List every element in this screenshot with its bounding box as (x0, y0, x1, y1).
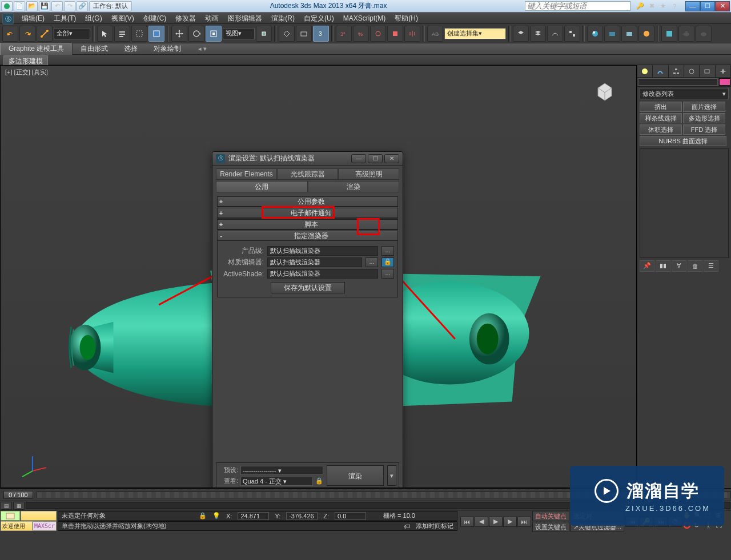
manipulate-button[interactable] (279, 26, 295, 42)
show-result-icon[interactable] (656, 260, 670, 272)
rollup-common-params[interactable]: +公用参数 (218, 197, 397, 207)
mod-polysel[interactable]: 多边形选择 (683, 113, 725, 123)
preset-dropdown[interactable]: ---------------- ▾ (240, 466, 323, 475)
goto-start-icon[interactable]: ⏮ (460, 517, 474, 527)
window-crossing-button[interactable] (148, 26, 164, 42)
workspace-dropdown[interactable]: 工作台: 默认 (89, 1, 132, 11)
spinner-snap-button[interactable] (370, 26, 386, 42)
app-menu-button[interactable] (1, 1, 13, 11)
dialog-maximize-button[interactable]: ☐ (368, 154, 383, 163)
dialog-close-button[interactable]: ✕ (384, 154, 399, 163)
choose-as-renderer-button[interactable]: ... (381, 269, 394, 279)
display-tab-icon[interactable] (700, 65, 715, 77)
autokey-button[interactable]: 自动关键点 (532, 511, 569, 521)
dialog-minimize-button[interactable]: — (351, 154, 366, 163)
selection-filter-dropdown[interactable]: 全部 ▾ (54, 28, 90, 39)
tab-common[interactable]: 公用 (216, 181, 308, 192)
favorite-icon[interactable]: ★ (658, 1, 668, 11)
link-button[interactable] (37, 26, 53, 42)
pin-stack-icon[interactable]: 📌 (640, 260, 654, 272)
snap-percent-button[interactable]: % (353, 26, 369, 42)
menu-animation[interactable]: 动画 (200, 14, 223, 23)
mod-splinesel[interactable]: 样条线选择 (640, 113, 682, 123)
redo-button[interactable] (19, 26, 35, 42)
create-tab-icon[interactable] (637, 65, 653, 77)
dialog-titlebar[interactable]: ⓢ 渲染设置: 默认扫描线渲染器 — ☐ ✕ (212, 152, 403, 166)
remove-mod-icon[interactable]: 🗑 (688, 260, 702, 272)
app-logo-icon[interactable]: ⓢ (2, 13, 14, 25)
rollup-email[interactable]: +电子邮件通知 (218, 208, 397, 218)
object-name-field[interactable] (638, 78, 718, 86)
y-coord[interactable]: -376.426 (286, 512, 318, 520)
render-dropdown-button[interactable]: ▾ (387, 465, 396, 486)
help-icon[interactable]: ? (669, 1, 680, 11)
select-name-button[interactable] (114, 26, 130, 42)
mini-listener-icon[interactable] (1, 511, 20, 521)
named-selection-dropdown[interactable]: 创建选择集 ▾ (444, 28, 506, 39)
setkey-button[interactable]: 设置关键点 (532, 522, 569, 532)
choose-renderer-button[interactable]: ... (381, 246, 394, 256)
hierarchy-tab-icon[interactable] (669, 65, 684, 77)
tab-objectpaint[interactable]: 对象绘制 (146, 43, 189, 55)
maxscript-label[interactable]: MAXScr (33, 521, 57, 531)
exchange-icon[interactable]: ✖ (646, 1, 657, 11)
prev-frame-icon[interactable]: ◀ (475, 517, 488, 527)
menu-tools[interactable]: 工具(T) (49, 14, 81, 23)
scale-button[interactable] (206, 26, 222, 42)
mirror-button[interactable] (404, 26, 420, 42)
choose-mat-renderer-button[interactable]: ... (366, 257, 378, 267)
frame-slider[interactable]: 0 / 100 (3, 491, 33, 499)
select-button[interactable] (97, 26, 113, 42)
rollup-assign-renderer[interactable]: -指定渲染器 (218, 231, 397, 241)
snap-angle-button[interactable]: 3° (336, 26, 352, 42)
render-prod-button[interactable] (661, 26, 677, 42)
tab-freeform[interactable]: 自由形式 (73, 43, 116, 55)
keyboard-shortcut-button[interactable] (296, 26, 312, 42)
render-button[interactable]: 渲染 (327, 465, 384, 486)
save-default-button[interactable]: 保存为默认设置 (271, 282, 345, 293)
mod-ffdsel[interactable]: FFD 选择 (683, 124, 725, 135)
tab-render-elements[interactable]: Render Elements (216, 168, 277, 180)
motion-tab-icon[interactable] (684, 65, 700, 77)
tab-renderer[interactable]: 渲染 (308, 181, 400, 192)
tab-graphite[interactable]: Graphite 建模工具 (0, 43, 73, 55)
undo-button[interactable] (2, 26, 18, 42)
project-icon[interactable]: 🔗 (77, 1, 88, 11)
rollup-scripts[interactable]: +脚本 (218, 220, 397, 229)
menu-edit[interactable]: 编辑(E) (17, 14, 49, 23)
tab-adv-lighting[interactable]: 高级照明 (338, 168, 399, 180)
play-icon[interactable]: ▶ (489, 517, 503, 527)
menu-group[interactable]: 组(G) (81, 14, 106, 23)
edit-named-sel-button[interactable] (387, 26, 403, 42)
modify-tab-icon[interactable] (653, 65, 668, 77)
menu-grapheditors[interactable]: 图形编辑器 (223, 14, 267, 23)
redo-icon[interactable]: ↷ (64, 1, 75, 11)
isolate-icon[interactable]: 💡 (212, 512, 220, 519)
modifier-stack[interactable] (640, 148, 729, 258)
next-frame-icon[interactable]: ▶ (503, 517, 517, 527)
lock-selection-icon[interactable]: 🔒 (199, 512, 207, 519)
material-editor-button[interactable] (587, 26, 603, 42)
menu-create[interactable]: 创建(C) (139, 14, 171, 23)
align-button[interactable]: ABC (427, 26, 443, 42)
close-button[interactable]: ✕ (715, 1, 730, 11)
x-coord[interactable]: 24.871 (238, 512, 269, 520)
add-time-tag[interactable]: 添加时间标记 (416, 522, 453, 530)
layer-button[interactable] (513, 26, 529, 42)
teapot-iterate-button[interactable] (696, 26, 712, 42)
layer-mgr-button[interactable] (530, 26, 546, 42)
render-button[interactable] (638, 26, 654, 42)
configure-icon[interactable]: ☰ (704, 260, 718, 272)
view-dropdown[interactable]: Quad 4 - 正交 ▾ (240, 477, 313, 486)
goto-end-icon[interactable]: ⏭ (517, 517, 531, 527)
teapot-render-button[interactable] (678, 26, 694, 42)
viewcube[interactable] (591, 77, 619, 106)
open-icon[interactable]: 📂 (26, 1, 38, 11)
mod-nurbs[interactable]: NURBS 曲面选择 (640, 136, 726, 146)
tab-raytracer[interactable]: 光线跟踪器 (277, 168, 338, 180)
trackbar-open-icon[interactable]: ▦ (13, 502, 25, 510)
minimize-button[interactable]: — (685, 1, 700, 11)
utilities-tab-icon[interactable] (716, 65, 731, 77)
menu-customize[interactable]: 自定义(U) (299, 14, 339, 23)
search-input[interactable] (525, 1, 630, 11)
